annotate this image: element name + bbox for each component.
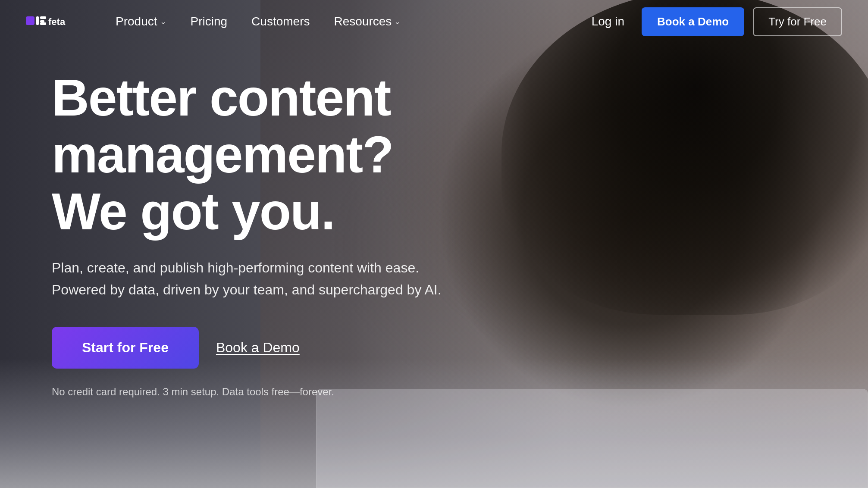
start-free-button[interactable]: Start for Free bbox=[52, 327, 199, 369]
hero-subtitle-line2: Powered by data, driven by your team, an… bbox=[52, 282, 442, 297]
hero-note: No credit card required. 3 min setup. Da… bbox=[52, 386, 526, 398]
nav-book-demo-button[interactable]: Book a Demo bbox=[642, 7, 744, 36]
svg-text:feta: feta bbox=[48, 16, 66, 27]
svg-rect-2 bbox=[40, 16, 46, 19]
nav-right: Log in Book a Demo Try for Free bbox=[583, 7, 842, 36]
hero-book-demo-button[interactable]: Book a Demo bbox=[216, 340, 300, 356]
nav-pricing[interactable]: Pricing bbox=[179, 10, 240, 33]
nav-customers-label: Customers bbox=[251, 15, 310, 28]
nav-customers[interactable]: Customers bbox=[239, 10, 322, 33]
nav-try-free-button[interactable]: Try for Free bbox=[753, 7, 842, 36]
svg-rect-1 bbox=[36, 16, 39, 25]
nav-pricing-label: Pricing bbox=[191, 15, 228, 28]
nav-product-label: Product bbox=[116, 15, 157, 28]
hero-title-line2: We got you. bbox=[52, 182, 335, 240]
hero-content: Better content management? We got you. P… bbox=[52, 69, 526, 398]
login-button[interactable]: Log in bbox=[583, 10, 633, 33]
dashboard-inner bbox=[316, 389, 868, 488]
product-chevron-icon: ⌄ bbox=[160, 17, 166, 26]
svg-rect-4 bbox=[40, 22, 46, 25]
resources-chevron-icon: ⌄ bbox=[394, 17, 401, 26]
hero-title: Better content management? We got you. bbox=[52, 69, 526, 240]
hero-title-line1: Better content management? bbox=[52, 69, 393, 183]
logo[interactable]: feta bbox=[26, 13, 78, 30]
dashboard-preview bbox=[316, 389, 868, 488]
nav-resources[interactable]: Resources ⌄ bbox=[322, 10, 413, 33]
nav-links: Product ⌄ Pricing Customers Resources ⌄ bbox=[103, 10, 413, 33]
hero-buttons: Start for Free Book a Demo bbox=[52, 327, 526, 369]
svg-rect-3 bbox=[40, 20, 44, 22]
hero-hair bbox=[501, 0, 868, 315]
navbar: feta Product ⌄ Pricing Customers Resourc… bbox=[0, 0, 868, 43]
hero-subtitle-line1: Plan, create, and publish high-performin… bbox=[52, 260, 419, 275]
nav-product[interactable]: Product ⌄ bbox=[103, 10, 179, 33]
hero-subtitle: Plan, create, and publish high-performin… bbox=[52, 257, 526, 301]
nav-left: feta Product ⌄ Pricing Customers Resourc… bbox=[26, 10, 413, 33]
svg-rect-0 bbox=[26, 16, 34, 25]
nav-resources-label: Resources bbox=[334, 15, 392, 28]
